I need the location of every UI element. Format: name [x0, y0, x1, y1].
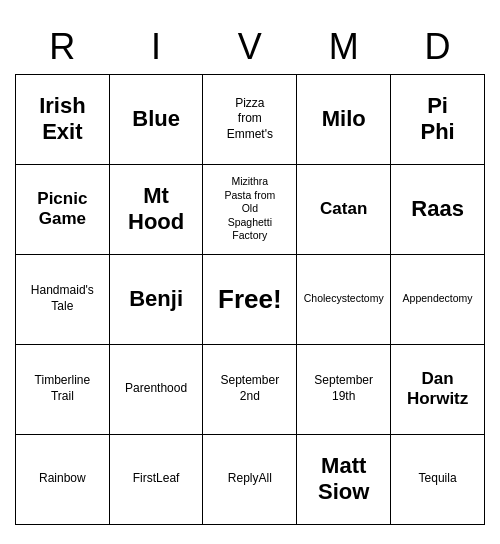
bingo-row: TimberlineTrailParenthoodSeptember2ndSep… [16, 344, 485, 434]
bingo-cell: September19th [297, 344, 391, 434]
bingo-cell: MattSiow [297, 434, 391, 524]
column-header: I [109, 20, 203, 75]
bingo-cell: IrishExit [16, 74, 110, 164]
bingo-row: IrishExitBluePizzafromEmmet'sMiloPiPhi [16, 74, 485, 164]
bingo-cell: Raas [391, 164, 485, 254]
bingo-cell: September2nd [203, 344, 297, 434]
column-header: R [16, 20, 110, 75]
bingo-cell: Appendectomy [391, 254, 485, 344]
header-row: RIVMD [16, 20, 485, 75]
bingo-cell: DanHorwitz [391, 344, 485, 434]
bingo-cell: Cholecystectomy [297, 254, 391, 344]
bingo-cell: TimberlineTrail [16, 344, 110, 434]
bingo-cell: Handmaid'sTale [16, 254, 110, 344]
column-header: D [391, 20, 485, 75]
bingo-cell: Milo [297, 74, 391, 164]
bingo-row: PicnicGameMtHoodMizithraPasta fromOldSpa… [16, 164, 485, 254]
bingo-cell: FirstLeaf [109, 434, 203, 524]
bingo-cell: PicnicGame [16, 164, 110, 254]
bingo-cell: Free! [203, 254, 297, 344]
bingo-row: Handmaid'sTaleBenjiFree!CholecystectomyA… [16, 254, 485, 344]
bingo-cell: Benji [109, 254, 203, 344]
bingo-cell: MizithraPasta fromOldSpaghettiFactory [203, 164, 297, 254]
bingo-cell: Parenthood [109, 344, 203, 434]
bingo-cell: ReplyAll [203, 434, 297, 524]
bingo-cell: PizzafromEmmet's [203, 74, 297, 164]
bingo-row: RainbowFirstLeafReplyAllMattSiowTequila [16, 434, 485, 524]
bingo-cell: Tequila [391, 434, 485, 524]
column-header: V [203, 20, 297, 75]
column-header: M [297, 20, 391, 75]
bingo-cell: Rainbow [16, 434, 110, 524]
bingo-cell: Catan [297, 164, 391, 254]
bingo-cell: PiPhi [391, 74, 485, 164]
bingo-cell: Blue [109, 74, 203, 164]
bingo-card: RIVMD IrishExitBluePizzafromEmmet'sMiloP… [15, 20, 485, 525]
bingo-cell: MtHood [109, 164, 203, 254]
